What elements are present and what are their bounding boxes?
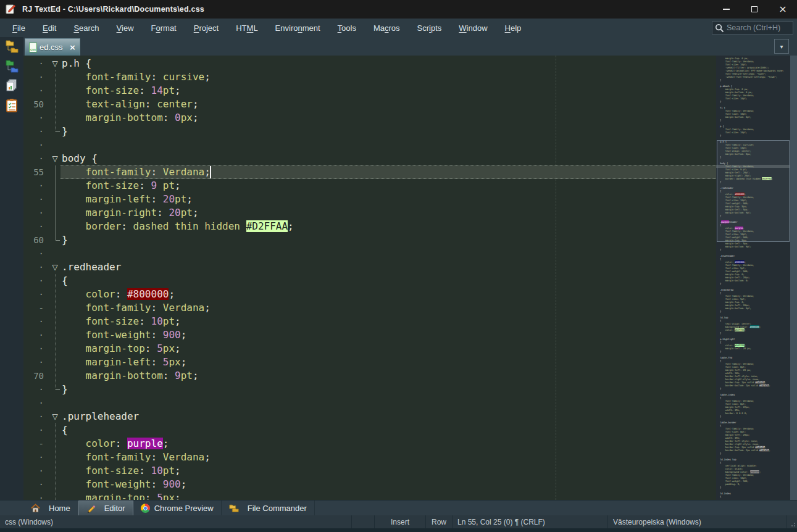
code-line[interactable]: · font-family: Verdana; — [23, 451, 716, 464]
code-line[interactable]: 50 text-align: center; — [23, 98, 716, 111]
line-number: · — [23, 193, 48, 206]
code-line[interactable]: · font-weight: 900; — [23, 478, 716, 491]
view-tab-editor[interactable]: Editor — [78, 501, 133, 515]
code-line[interactable]: · margin-bottom: 0px; — [23, 111, 716, 125]
menu-item-project[interactable]: Project — [185, 20, 227, 36]
line-number: · — [23, 355, 48, 369]
line-number: · — [23, 274, 48, 288]
menu-item-format[interactable]: Format — [143, 20, 185, 36]
code-text: font-size: 10pt; — [62, 464, 181, 478]
code-line[interactable]: ·▽body { — [23, 152, 716, 165]
code-line[interactable]: · — [23, 138, 716, 152]
code-line[interactable]: · — [23, 396, 716, 410]
code-line[interactable]: · font-size: 9 pt; — [23, 179, 716, 193]
tab-edcss[interactable]: css ed.css × — [25, 38, 80, 56]
code-line[interactable]: · font-weight: 900; — [23, 328, 716, 342]
code-line[interactable]: · margin-left: 20pt; — [23, 193, 716, 206]
fold-margin — [48, 423, 62, 437]
menu-item-macros[interactable]: Macros — [365, 20, 409, 36]
line-number: - — [23, 301, 48, 315]
code-line[interactable]: · margin-top: 5px; — [23, 342, 716, 355]
maximize-button[interactable] — [740, 0, 769, 19]
sidebar-tasks-clipboard-button[interactable] — [2, 98, 21, 116]
view-tab-label: Editor — [104, 504, 125, 513]
code-text: { — [62, 423, 68, 437]
code-line[interactable]: · border: dashed thin hidden #D2FFAA; — [23, 220, 716, 233]
menu-item-environment[interactable]: Environment — [267, 20, 329, 36]
menu-item-edit[interactable]: Edit — [34, 20, 65, 36]
fold-toggle-icon[interactable]: ▽ — [48, 57, 62, 70]
close-button[interactable]: × — [769, 0, 797, 19]
sidebar-project-folders-button[interactable] — [2, 58, 21, 77]
menu-item-search[interactable]: Search — [65, 20, 107, 36]
chrome-icon — [141, 504, 150, 513]
sidebar-folder-tree-button[interactable] — [2, 38, 21, 57]
code-line[interactable]: · margin-top: 5px; — [23, 491, 716, 500]
code-line[interactable]: ·{ — [23, 423, 716, 437]
sidebar-documents-button[interactable] — [2, 78, 21, 96]
code-line[interactable]: ·} — [23, 383, 716, 396]
menu-item-tools[interactable]: Tools — [329, 20, 365, 36]
code-line[interactable]: · margin-right: 20pt; — [23, 206, 716, 220]
code-line[interactable]: - color: purple; — [23, 437, 716, 451]
view-tab-home[interactable]: Home — [23, 501, 78, 515]
code-line[interactable]: · margin-left: 5px; — [23, 355, 716, 369]
code-line[interactable]: ·▽.purpleheader — [23, 410, 716, 423]
menu-item-window[interactable]: Window — [450, 20, 496, 36]
code-line[interactable]: ·} — [23, 125, 716, 138]
fold-margin — [48, 328, 62, 342]
tab-list-dropdown-button[interactable]: ▾ — [774, 39, 789, 54]
minimap-viewport[interactable] — [717, 140, 790, 242]
code-text: font-weight: 900; — [62, 478, 186, 491]
fold-margin — [48, 315, 62, 328]
code-text: color: purple; — [62, 437, 169, 451]
view-tab-file-commander[interactable]: File Commander — [222, 501, 315, 515]
line-number: 55 — [23, 165, 48, 179]
code-text: margin-left: 20pt; — [62, 193, 193, 206]
fold-margin — [48, 355, 62, 369]
code-text: font-family: Verdana; — [62, 301, 211, 315]
line-number: · — [23, 152, 48, 165]
fold-toggle-icon[interactable]: ▽ — [48, 260, 62, 274]
fold-line-corner — [56, 131, 60, 132]
code-line[interactable]: 70 margin-bottom: 9pt; — [23, 369, 716, 383]
code-line[interactable]: ·{ — [23, 274, 716, 288]
code-line[interactable]: 60} — [23, 233, 716, 247]
menu-item-scripts[interactable]: Scripts — [409, 20, 451, 36]
code-line[interactable]: ·▽p.h { — [23, 57, 716, 70]
fold-toggle-icon[interactable]: ▽ — [48, 410, 62, 423]
code-line[interactable]: · font-size: 10pt; — [23, 315, 716, 328]
line-number: · — [23, 328, 48, 342]
fold-margin — [48, 342, 62, 355]
code-line[interactable]: · font-size: 14pt; — [23, 84, 716, 98]
fold-margin — [48, 451, 62, 464]
code-line[interactable]: - font-family: Verdana; — [23, 301, 716, 315]
status-text: Row — [432, 518, 446, 526]
code-text: p.h { — [62, 57, 91, 70]
view-tab-label: Chrome Preview — [154, 504, 214, 513]
code-line[interactable]: 55 font-family: Verdana; — [23, 165, 716, 179]
tab-close-icon[interactable]: × — [69, 43, 76, 52]
menu-item-file[interactable]: File — [4, 20, 34, 36]
code-line[interactable]: · color: #800000; — [23, 288, 716, 301]
code-line[interactable]: · font-family: cursive; — [23, 70, 716, 84]
search-input[interactable] — [727, 23, 790, 32]
menu-item-view[interactable]: View — [108, 20, 143, 36]
resize-grip[interactable] — [787, 515, 797, 528]
code-line[interactable]: · font-size: 10pt; — [23, 464, 716, 478]
code-line[interactable]: ·▽.redheader — [23, 260, 716, 274]
view-tab-chrome-preview[interactable]: Chrome Preview — [133, 501, 222, 515]
project-folders-icon — [5, 59, 19, 76]
minimap[interactable]: margin-top: 0 px; font-family: Verdana; … — [716, 56, 790, 500]
minimize-button[interactable] — [712, 0, 740, 19]
fold-line — [56, 165, 56, 240]
line-number: · — [23, 111, 48, 125]
code-text: } — [62, 125, 68, 138]
code-editor[interactable]: ·▽p.h {· font-family: cursive;· font-siz… — [23, 56, 716, 500]
menu-item-help[interactable]: Help — [496, 20, 530, 36]
minimap-line: { — [720, 495, 790, 498]
menu-item-html[interactable]: HTML — [227, 20, 266, 36]
line-number: · — [23, 410, 48, 423]
code-line[interactable]: · — [23, 247, 716, 260]
fold-toggle-icon[interactable]: ▽ — [48, 152, 62, 165]
